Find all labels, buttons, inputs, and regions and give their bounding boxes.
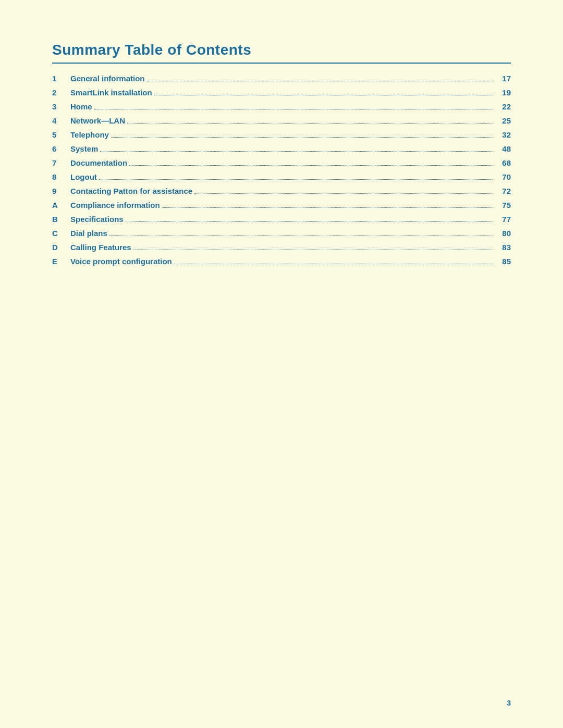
toc-page: 85 (495, 257, 511, 266)
toc-number: 5 (52, 130, 70, 139)
toc-link[interactable]: Documentation (70, 158, 127, 167)
toc-page: 75 (495, 201, 511, 209)
toc-number: C (52, 229, 70, 238)
toc-number: B (52, 215, 70, 224)
toc-row: 8Logout70 (52, 172, 511, 181)
toc-number: D (52, 243, 70, 252)
toc-link[interactable]: Contacting Patton for assistance (70, 187, 192, 195)
toc-link[interactable]: SmartLink installation (70, 88, 152, 97)
toc-page: 77 (495, 215, 511, 224)
toc-dots (129, 165, 493, 166)
toc-page: 32 (495, 130, 511, 139)
toc-page: 48 (495, 144, 511, 153)
toc-link[interactable]: Home (70, 102, 92, 111)
toc-dots (126, 221, 493, 222)
title-underline (52, 63, 511, 64)
title-section: Summary Table of Contents (52, 42, 511, 64)
toc-page: 80 (495, 229, 511, 238)
toc-list: 1General information172SmartLink install… (52, 74, 511, 266)
toc-row: EVoice prompt configuration85 (52, 257, 511, 266)
toc-row: 2SmartLink installation19 (52, 88, 511, 97)
toc-dots (94, 109, 493, 109)
toc-dots (127, 123, 493, 124)
page-number-footer: 3 (507, 699, 511, 707)
toc-page: 17 (495, 74, 511, 83)
toc-row: ACompliance information75 (52, 201, 511, 209)
toc-row: 9Contacting Patton for assistance72 (52, 187, 511, 195)
toc-link[interactable]: Logout (70, 172, 97, 181)
page-container: Summary Table of Contents 1General infor… (0, 0, 563, 728)
toc-page: 25 (495, 116, 511, 125)
toc-page: 19 (495, 88, 511, 97)
toc-dots (111, 137, 493, 138)
toc-page: 68 (495, 158, 511, 167)
toc-number: E (52, 257, 70, 266)
toc-row: CDial plans80 (52, 229, 511, 238)
toc-dots (147, 81, 493, 81)
toc-dots (194, 193, 493, 194)
toc-number: 3 (52, 102, 70, 111)
toc-number: 8 (52, 172, 70, 181)
toc-link[interactable]: Dial plans (70, 229, 107, 238)
toc-link[interactable]: General information (70, 74, 145, 83)
toc-number: 6 (52, 144, 70, 153)
toc-link[interactable]: Network—LAN (70, 116, 125, 125)
toc-page: 70 (495, 172, 511, 181)
toc-number: 1 (52, 74, 70, 83)
toc-link[interactable]: Compliance information (70, 201, 160, 209)
toc-link[interactable]: Specifications (70, 215, 124, 224)
toc-number: 4 (52, 116, 70, 125)
toc-row: 5Telephony32 (52, 130, 511, 139)
toc-row: 7Documentation68 (52, 158, 511, 167)
toc-row: 6System48 (52, 144, 511, 153)
page-title: Summary Table of Contents (52, 42, 511, 58)
toc-page: 83 (495, 243, 511, 252)
toc-row: 3Home22 (52, 102, 511, 111)
toc-page: 22 (495, 102, 511, 111)
toc-link[interactable]: Telephony (70, 130, 109, 139)
toc-link[interactable]: Voice prompt configuration (70, 257, 172, 266)
toc-dots (99, 179, 493, 180)
toc-dots (100, 151, 493, 152)
toc-page: 72 (495, 187, 511, 195)
toc-row: DCalling Features83 (52, 243, 511, 252)
toc-link[interactable]: Calling Features (70, 243, 131, 252)
toc-number: 7 (52, 158, 70, 167)
toc-row: BSpecifications77 (52, 215, 511, 224)
toc-dots (109, 236, 493, 236)
toc-dots (154, 95, 493, 95)
toc-link[interactable]: System (70, 144, 98, 153)
toc-dots (133, 250, 493, 250)
toc-dots (162, 207, 493, 208)
toc-dots (174, 264, 493, 264)
toc-number: 2 (52, 88, 70, 97)
toc-number: A (52, 201, 70, 209)
toc-row: 4Network—LAN25 (52, 116, 511, 125)
toc-row: 1General information17 (52, 74, 511, 83)
toc-number: 9 (52, 187, 70, 195)
